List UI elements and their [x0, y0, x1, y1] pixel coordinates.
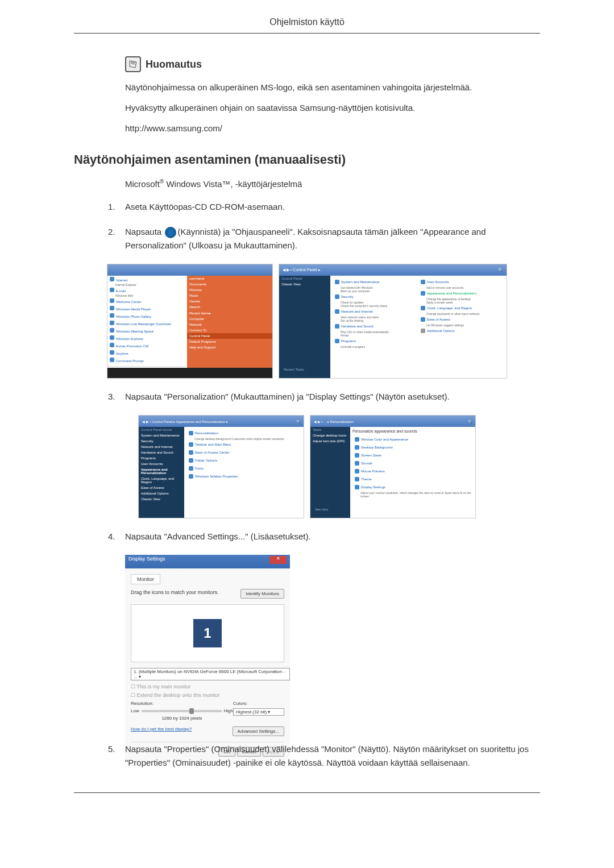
main-monitor-checkbox: This is my main monitor: [136, 684, 190, 690]
extend-checkbox: Extend the desktop onto this monitor: [137, 692, 220, 698]
note-title: Huomautus: [146, 59, 202, 70]
step-text: Napsauta "Advanced Settings..." (Lisäase…: [125, 530, 540, 543]
appearance-screenshot: ◀ ▶ ▪ Control Panel ▸ Appearance and Per…: [138, 415, 304, 518]
step-2: 2. Napsauta (Käynnistä) ja "Ohjauspaneel…: [108, 225, 540, 252]
personalization-screenshot: ◀ ▶ ▪ ... ▸ Personalization 🔍 Tasks Chan…: [310, 415, 476, 518]
colors-select[interactable]: Highest (32 bit) ▾: [233, 708, 284, 716]
page-header: Ohjelmiston käyttö: [74, 17, 540, 34]
colors-label: Colors:: [233, 701, 284, 706]
resolution-label: Resolution:: [131, 701, 233, 706]
monitor-icon[interactable]: 1: [193, 619, 222, 647]
step-5: 5. Napsauta "Properties" (Ominaisuudet) …: [108, 742, 540, 770]
step-num: 5.: [108, 742, 125, 770]
close-icon[interactable]: ✕: [269, 556, 287, 564]
step-num: 3.: [108, 390, 125, 404]
monitor-preview: 1: [131, 604, 284, 662]
display-settings-dialog: Display Settings ✕ Monitor Drag the icon…: [125, 555, 290, 725]
step-1: 1. Aseta Käyttöopas-CD CD-ROM-asemaan.: [108, 200, 540, 214]
monitor-select[interactable]: 1. (Multiple Monitors) on NVIDIA GeForce…: [131, 668, 290, 680]
dialog-title: Display Settings: [128, 556, 165, 567]
step-num: 2.: [108, 225, 125, 252]
section-heading: Näytönohjaimen asentaminen (manuaalisest…: [74, 152, 540, 167]
subtitle: Microsoft® Windows Vista™, -käyttöjärjes…: [125, 178, 540, 189]
step-text: Napsauta "Personalization" (Mukauttamine…: [125, 390, 540, 404]
help-link[interactable]: How do I get the best display?: [131, 726, 192, 736]
resolution-value: 1280 by 1024 pixels: [131, 716, 233, 721]
identify-monitors-button[interactable]: Identify Monitors: [240, 589, 284, 599]
drag-text: Drag the icons to match your monitors.: [131, 589, 219, 595]
step-3: 3. Napsauta "Personalization" (Mukauttam…: [108, 390, 540, 404]
note-icon: [125, 56, 141, 72]
note-section: Huomautus Näytönohjaimessa on alkuperäin…: [125, 56, 540, 135]
step-num: 4.: [108, 530, 125, 543]
control-panel-screenshot: ◀ ▶ ▪ Control Panel ▸ 🔍 Control Panel Cl…: [279, 264, 507, 379]
monitor-tab[interactable]: Monitor: [131, 574, 160, 584]
step-4: 4. Napsauta "Advanced Settings..." (Lisä…: [108, 530, 540, 543]
note-text-2: Hyväksytty alkuperäinen ohjain on saatav…: [125, 101, 540, 115]
resolution-slider[interactable]: [142, 710, 222, 712]
start-icon: [165, 227, 176, 238]
note-url: http://www.samsung.com/: [125, 122, 540, 135]
advanced-settings-button[interactable]: Advanced Settings...: [233, 726, 284, 736]
start-menu-screenshot: Internet Internet Explorer E-mail Window…: [107, 264, 273, 379]
note-text-1: Näytönohjaimessa on alkuperäinen MS-logo…: [125, 81, 540, 94]
step-num: 1.: [108, 200, 125, 214]
step-text: Aseta Käyttöopas-CD CD-ROM-asemaan.: [125, 200, 540, 214]
step-text: Napsauta "Properties" (Ominaisuudet) väl…: [125, 742, 540, 770]
step-text: Napsauta (Käynnistä) ja "Ohjauspaneeli".…: [125, 225, 540, 252]
